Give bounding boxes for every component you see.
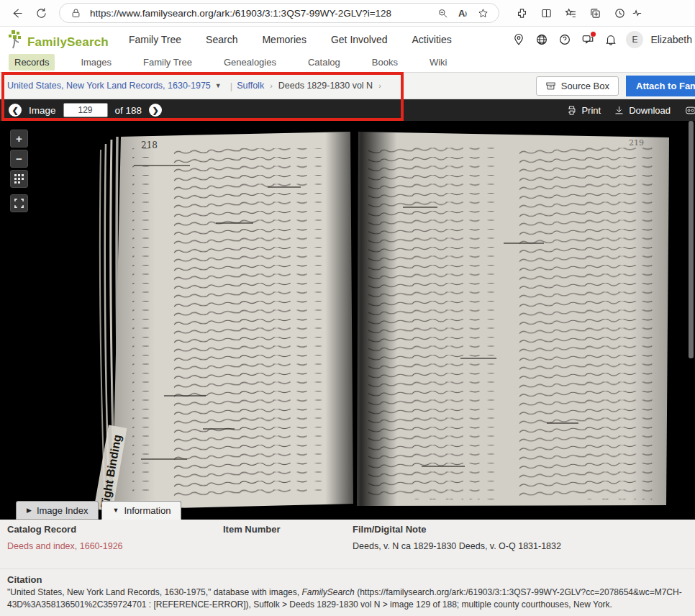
download-icon — [614, 105, 624, 116]
image-tools: Print Download — [566, 105, 695, 116]
favorite-star-icon[interactable] — [473, 4, 493, 22]
tab-images[interactable]: Images — [75, 54, 117, 71]
viewer-scrollbar[interactable] — [689, 121, 694, 358]
image-index-label: Image Index — [37, 505, 88, 516]
tab-wiki[interactable]: Wiki — [424, 54, 453, 71]
download-button[interactable]: Download — [614, 105, 671, 116]
thumbnail-grid-icon[interactable] — [10, 170, 28, 188]
address-bar[interactable]: https://www.familysearch.org/ark:/61903/… — [59, 3, 499, 23]
information-panel: Catalog Record Item Number Film/Digital … — [0, 520, 695, 616]
extensions-icon[interactable] — [509, 2, 534, 24]
collections-icon[interactable] — [583, 2, 607, 24]
citation-site-name: FamilySearch — [301, 587, 354, 597]
source-box-label: Source Box — [561, 81, 609, 91]
nav-get-involved[interactable]: Get Involved — [331, 34, 388, 45]
help-icon[interactable] — [557, 32, 573, 47]
section-tabs: Records Images Family Tree Genealogies C… — [0, 53, 695, 73]
scanned-deed-book-image: 218 219 Tight Binding — [0, 121, 695, 520]
history-icon[interactable] — [607, 2, 632, 24]
location-pin-icon[interactable] — [511, 32, 527, 47]
source-box-icon — [545, 81, 556, 91]
nav-search[interactable]: Search — [206, 34, 237, 45]
browser-toolbar: https://www.familysearch.org/ark:/61903/… — [0, 0, 695, 27]
messages-icon[interactable] — [580, 32, 596, 47]
citation-pre: "United States, New York Land Records, 1… — [7, 587, 301, 597]
breadcrumb-volume[interactable]: Deeds 1829-1830 vol N — [278, 81, 373, 91]
browser-action-icons — [509, 2, 642, 24]
image-index-tab[interactable]: ▶ Image Index — [16, 501, 99, 520]
zoom-in-icon[interactable]: + — [10, 130, 28, 148]
logo-text: FamilySearch — [27, 35, 109, 50]
nav-memories[interactable]: Memories — [262, 34, 306, 45]
citation-text: "United States, New York Land Records, 1… — [7, 586, 689, 612]
left-page-number: 218 — [141, 140, 158, 150]
notification-dot — [591, 32, 596, 37]
film-digital-note-header: Film/Digital Note — [353, 524, 427, 535]
favorites-icon[interactable] — [558, 2, 583, 24]
document-image-viewer[interactable]: 218 219 Tight Binding + − — [0, 121, 695, 520]
nav-activities[interactable]: Activities — [412, 34, 452, 45]
tab-books[interactable]: Books — [366, 54, 404, 71]
film-digital-note-value: Deeds, v. N ca 1829-1830 Deeds, v. O-Q 1… — [353, 541, 561, 551]
print-icon — [566, 105, 577, 116]
image-navigation-bar: ❮ Image of 188 ❯ Print Download — [0, 99, 695, 121]
image-total-label: of 188 — [115, 105, 142, 116]
split-screen-icon[interactable] — [534, 2, 558, 24]
right-page-number: 219 — [629, 138, 644, 148]
bell-icon[interactable] — [603, 32, 619, 47]
header-utility-icons: E Elizabeth — [511, 31, 695, 48]
information-tab[interactable]: ▼ Information — [101, 501, 181, 520]
source-box-button[interactable]: Source Box — [536, 76, 619, 96]
tab-genealogies[interactable]: Genealogies — [218, 54, 282, 71]
print-label: Print — [581, 105, 601, 116]
familysearch-header: FamilySearch Family Tree Search Memories… — [0, 27, 695, 53]
breadcrumb-chevron: › — [378, 81, 381, 90]
tab-records[interactable]: Records — [9, 54, 55, 71]
breadcrumb-bar: United States, New York Land Records, 16… — [0, 73, 695, 99]
previous-image-icon[interactable]: ❮ — [9, 104, 22, 117]
nav-family-tree[interactable]: Family Tree — [129, 34, 181, 45]
information-label: Information — [124, 505, 171, 516]
browser-essentials-icon[interactable] — [632, 2, 642, 24]
read-aloud-icon[interactable]: A) — [453, 4, 473, 22]
breadcrumb-chevron: › — [270, 81, 273, 90]
tab-catalog[interactable]: Catalog — [302, 54, 346, 71]
attach-to-family-tree-button[interactable]: Attach to Fam — [626, 76, 695, 96]
triangle-right-icon: ▶ — [27, 507, 32, 514]
catalog-record-header: Catalog Record — [7, 524, 76, 535]
back-icon[interactable] — [4, 2, 29, 24]
main-nav: Family Tree Search Memories Get Involved… — [129, 34, 452, 45]
user-name[interactable]: Elizabeth — [650, 34, 692, 45]
chevron-down-icon[interactable]: ▼ — [215, 82, 222, 89]
zoom-out-icon[interactable] — [432, 4, 453, 22]
zoom-out-control-icon[interactable]: − — [10, 150, 28, 168]
tab-family-tree[interactable]: Family Tree — [137, 54, 198, 71]
avatar[interactable]: E — [626, 31, 643, 48]
url-text[interactable]: https://www.familysearch.org/ark:/61903/… — [90, 8, 432, 19]
citation-header: Citation — [7, 574, 42, 585]
item-number-header: Item Number — [223, 524, 280, 535]
globe-language-icon[interactable] — [534, 32, 550, 47]
lock-icon[interactable] — [65, 4, 86, 22]
breadcrumb-divider: | — [230, 81, 232, 91]
next-image-icon[interactable]: ❯ — [149, 104, 162, 117]
breadcrumb-collection-link[interactable]: United States, New York Land Records, 16… — [7, 81, 211, 91]
breadcrumb-place-link[interactable]: Suffolk — [237, 81, 264, 91]
viewer-zoom-controls: + − — [10, 130, 28, 212]
fullscreen-icon[interactable] — [10, 194, 28, 212]
record-actions: Source Box Attach to Fam — [536, 76, 695, 96]
image-number-input[interactable] — [63, 103, 108, 117]
download-label: Download — [629, 105, 671, 116]
print-button[interactable]: Print — [566, 105, 601, 116]
triangle-down-icon: ▼ — [112, 507, 119, 514]
panel-divider — [0, 569, 695, 569]
tree-logo-icon — [7, 30, 26, 50]
refresh-icon[interactable] — [29, 2, 53, 24]
catalog-record-link[interactable]: Deeds and index, 1660-1926 — [7, 541, 123, 551]
familysearch-logo[interactable]: FamilySearch — [7, 30, 109, 50]
tools-icon[interactable] — [683, 105, 695, 116]
image-label: Image — [29, 105, 56, 116]
viewer-bottom-tabs: ▶ Image Index ▼ Information — [0, 501, 181, 520]
familysearch-image-viewer-page: https://www.familysearch.org/ark:/61903/… — [0, 0, 695, 616]
